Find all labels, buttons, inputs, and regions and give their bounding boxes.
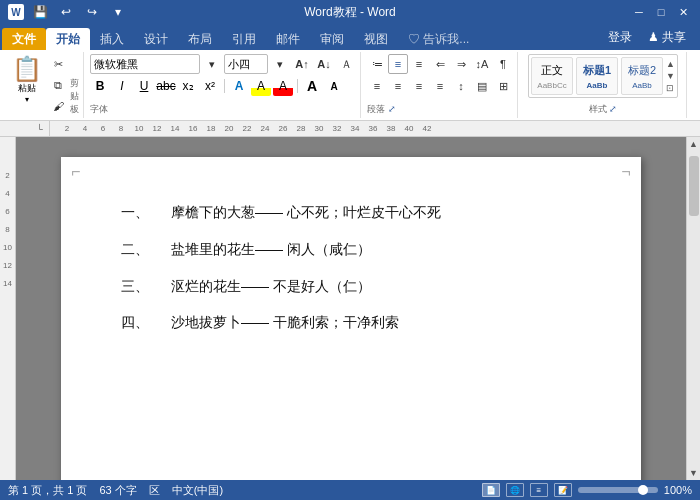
font-size-input[interactable]: [224, 54, 268, 74]
tab-review[interactable]: 审阅: [310, 28, 354, 50]
ruler-mark: 28: [292, 124, 310, 133]
vertical-scrollbar[interactable]: ▲ ▼: [686, 137, 700, 480]
outline-list-button[interactable]: ≡: [409, 54, 429, 74]
login-button[interactable]: 登录: [602, 27, 638, 48]
tab-design[interactable]: 设计: [134, 28, 178, 50]
decrease-font-button[interactable]: A↓: [314, 54, 334, 74]
justify-button[interactable]: ≡: [430, 76, 450, 96]
ruler-mark: 42: [418, 124, 436, 133]
show-paragraph-button[interactable]: ¶: [493, 54, 513, 74]
zoom-level[interactable]: 100%: [664, 484, 692, 496]
document-page[interactable]: ⌐ ⌐ ⌐ ⌐ 一、 摩檐下的大葱—— 心不死；叶烂皮干心不死 二、 盐堆里的花…: [61, 157, 641, 480]
styles-label: 样式 ⤢: [589, 101, 618, 116]
qat-save-button[interactable]: 💾: [30, 2, 50, 22]
view-outline-button[interactable]: ≡: [530, 483, 548, 497]
zoom-thumb[interactable]: [638, 485, 648, 495]
view-draft-button[interactable]: 📝: [554, 483, 572, 497]
style-scroll-down[interactable]: ▼: [666, 71, 675, 81]
ruler-horizontal: └ 2 4 6 8 10 12 14 16 18 20 22 24 26 28 …: [0, 121, 700, 137]
tab-home[interactable]: 开始: [46, 28, 90, 50]
cut-button[interactable]: ✂: [48, 54, 68, 74]
style-heading1[interactable]: 标题1AaBb: [576, 57, 618, 95]
borders-button[interactable]: ⊞: [493, 76, 513, 96]
align-left-button[interactable]: ≡: [367, 76, 387, 96]
close-button[interactable]: ✕: [674, 3, 692, 21]
scroll-track[interactable]: [687, 151, 700, 466]
paragraph-dialog-button[interactable]: ⤢: [388, 104, 396, 114]
zoom-slider[interactable]: [578, 487, 658, 493]
font-color-button[interactable]: A: [273, 76, 293, 96]
shading-button[interactable]: ▤: [472, 76, 492, 96]
qat-undo-button[interactable]: ↩: [56, 2, 76, 22]
decrease-indent-button[interactable]: ⇐: [430, 54, 450, 74]
ruler-vertical: 2 4 6 8 10 12 14: [0, 137, 16, 480]
align-right-button[interactable]: ≡: [409, 76, 429, 96]
paste-button[interactable]: 📋 粘贴 ▾: [8, 54, 46, 106]
strikethrough-button[interactable]: abc: [156, 76, 176, 96]
para-row2: ≡ ≡ ≡ ≡ ↕ ▤ ⊞: [367, 76, 513, 96]
underline-button[interactable]: U: [134, 76, 154, 96]
style-more-button[interactable]: ⊡: [666, 83, 675, 93]
ruler-mark: 24: [256, 124, 274, 133]
vruler-mark: 10: [3, 239, 12, 257]
tab-file[interactable]: 文件: [2, 28, 46, 50]
bold-button[interactable]: B: [90, 76, 110, 96]
tab-insert[interactable]: 插入: [90, 28, 134, 50]
copy-button[interactable]: ⧉: [48, 75, 68, 95]
view-print-button[interactable]: 📄: [482, 483, 500, 497]
ruler-mark: 18: [202, 124, 220, 133]
tab-help[interactable]: ♡ 告诉我...: [398, 28, 479, 50]
view-web-button[interactable]: 🌐: [506, 483, 524, 497]
styles-dialog-button[interactable]: ⤢: [609, 104, 617, 114]
ruler-tab-selector[interactable]: └: [30, 121, 50, 137]
highlight-button[interactable]: A: [251, 76, 271, 96]
line-spacing-button[interactable]: ↕: [451, 76, 471, 96]
font-size-small-button[interactable]: A: [324, 76, 344, 96]
format-painter-button[interactable]: 🖌: [48, 96, 68, 116]
tab-view[interactable]: 视图: [354, 28, 398, 50]
sep1: [224, 79, 225, 93]
clear-format-button[interactable]: Ａ: [336, 54, 356, 74]
ruler-marks: 2 4 6 8 10 12 14 16 18 20 22 24 26 28 30…: [50, 124, 436, 133]
window-title: Word教程 - Word: [304, 4, 396, 21]
item-num-3: 三、: [121, 271, 171, 302]
title-left: W 💾 ↩ ↪ ▾: [8, 2, 128, 22]
minimize-button[interactable]: ─: [630, 3, 648, 21]
subscript-button[interactable]: x₂: [178, 76, 198, 96]
scroll-thumb[interactable]: [689, 156, 699, 216]
restore-button[interactable]: □: [652, 3, 670, 21]
align-center-button[interactable]: ≡: [388, 76, 408, 96]
style-heading2[interactable]: 标题2AaBb: [621, 57, 663, 95]
qat-redo-button[interactable]: ↪: [82, 2, 102, 22]
font-name-input[interactable]: [90, 54, 200, 74]
font-name-dropdown[interactable]: ▾: [202, 54, 222, 74]
tab-mailings[interactable]: 邮件: [266, 28, 310, 50]
tab-layout[interactable]: 布局: [178, 28, 222, 50]
share-button[interactable]: ♟ 共享: [642, 27, 692, 48]
find-button[interactable]: 🔍 编辑: [693, 54, 700, 106]
increase-font-button[interactable]: A↑: [292, 54, 312, 74]
scroll-down-arrow[interactable]: ▼: [687, 466, 701, 480]
sort-button[interactable]: ↕A: [472, 54, 492, 74]
style-scroll-up[interactable]: ▲: [666, 59, 675, 69]
italic-button[interactable]: I: [112, 76, 132, 96]
qat-dropdown-button[interactable]: ▾: [108, 2, 128, 22]
bullets-button[interactable]: ≔: [367, 54, 387, 74]
status-right: 📄 🌐 ≡ 📝 100%: [482, 483, 692, 497]
document-area[interactable]: ⌐ ⌐ ⌐ ⌐ 一、 摩檐下的大葱—— 心不死；叶烂皮干心不死 二、 盐堆里的花…: [16, 137, 686, 480]
style-heading2-label: 标题2AaBb: [628, 63, 656, 90]
ruler-mark: 40: [400, 124, 418, 133]
tab-references[interactable]: 引用: [222, 28, 266, 50]
status-bar: 第 1 页，共 1 页 63 个字 区 中文(中国) 📄 🌐 ≡ 📝 100%: [0, 480, 700, 500]
doc-item-2: 二、 盐堆里的花生—— 闲人（咸仁）: [121, 234, 581, 265]
font-size-dropdown[interactable]: ▾: [270, 54, 290, 74]
vruler-mark: 12: [3, 257, 12, 275]
document-content[interactable]: 一、 摩檐下的大葱—— 心不死；叶烂皮干心不死 二、 盐堆里的花生—— 闲人（咸…: [121, 197, 581, 338]
font-size-big-button[interactable]: A: [302, 76, 322, 96]
text-effect-button[interactable]: A: [229, 76, 249, 96]
superscript-button[interactable]: x²: [200, 76, 220, 96]
increase-indent-button[interactable]: ⇒: [451, 54, 471, 74]
numbering-button[interactable]: ≡: [388, 54, 408, 74]
scroll-up-arrow[interactable]: ▲: [687, 137, 701, 151]
style-normal[interactable]: 正文AaBbCc: [531, 57, 573, 95]
